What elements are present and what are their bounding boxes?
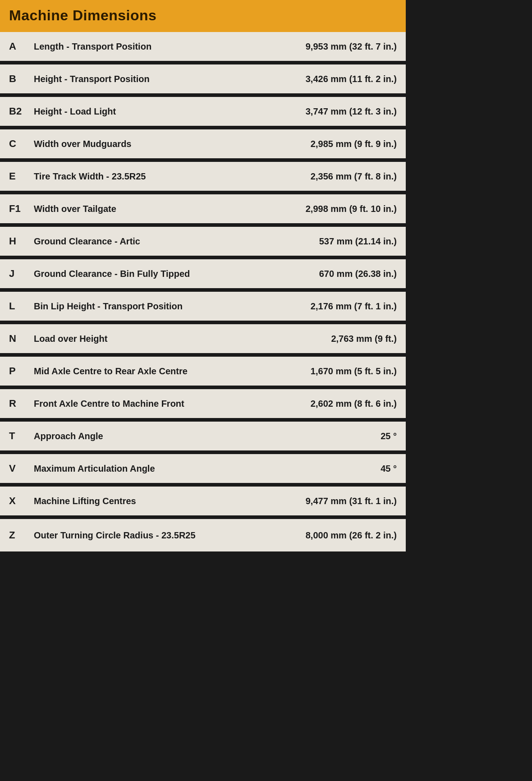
table-row: XMachine Lifting Centres9,477 mm (31 ft.…: [0, 487, 406, 519]
table-row: HGround Clearance - Artic537 mm (21.14 i…: [0, 227, 406, 259]
table-row: ALength - Transport Position9,953 mm (32…: [0, 32, 406, 64]
row-value: 8,000 mm (26 ft. 2 in.): [280, 530, 397, 541]
row-value: 1,670 mm (5 ft. 5 in.): [280, 366, 397, 377]
row-value: 3,747 mm (12 ft. 3 in.): [280, 106, 397, 117]
table-row: RFront Axle Centre to Machine Front2,602…: [0, 389, 406, 422]
dimensions-table: ALength - Transport Position9,953 mm (32…: [0, 32, 406, 551]
row-value: 2,763 mm (9 ft.): [280, 334, 397, 344]
table-row: CWidth over Mudguards2,985 mm (9 ft. 9 i…: [0, 129, 406, 162]
row-value: 2,985 mm (9 ft. 9 in.): [280, 139, 397, 149]
row-id: A: [9, 41, 34, 52]
row-id: J: [9, 268, 34, 280]
row-value: 3,426 mm (11 ft. 2 in.): [280, 74, 397, 84]
row-value: 2,602 mm (8 ft. 6 in.): [280, 399, 397, 409]
row-label: Front Axle Centre to Machine Front: [34, 399, 280, 409]
table-row: F1Width over Tailgate2,998 mm (9 ft. 10 …: [0, 194, 406, 227]
page-header: Machine Dimensions: [0, 0, 406, 32]
row-id: B2: [9, 106, 34, 117]
table-row: TApproach Angle25 °: [0, 422, 406, 454]
table-row: PMid Axle Centre to Rear Axle Centre1,67…: [0, 357, 406, 389]
table-row: JGround Clearance - Bin Fully Tipped670 …: [0, 259, 406, 292]
row-value: 2,176 mm (7 ft. 1 in.): [280, 301, 397, 312]
table-row: ZOuter Turning Circle Radius - 23.5R258,…: [0, 519, 406, 551]
row-id: X: [9, 495, 34, 507]
row-label: Approach Angle: [34, 431, 280, 441]
row-label: Height - Transport Position: [34, 74, 280, 84]
row-id: F1: [9, 203, 34, 215]
row-id: P: [9, 365, 34, 377]
row-id: L: [9, 300, 34, 312]
row-value: 9,953 mm (32 ft. 7 in.): [280, 41, 397, 52]
row-id: E: [9, 170, 34, 182]
row-id: R: [9, 398, 34, 409]
table-row: LBin Lip Height - Transport Position2,17…: [0, 292, 406, 324]
row-id: T: [9, 430, 34, 442]
row-value: 537 mm (21.14 in.): [280, 236, 397, 247]
table-row: ETire Track Width - 23.5R252,356 mm (7 f…: [0, 162, 406, 194]
row-label: Mid Axle Centre to Rear Axle Centre: [34, 366, 280, 377]
row-label: Height - Load Light: [34, 106, 280, 117]
table-row: B2Height - Load Light3,747 mm (12 ft. 3 …: [0, 97, 406, 129]
row-value: 2,998 mm (9 ft. 10 in.): [280, 204, 397, 214]
row-label: Maximum Articulation Angle: [34, 464, 280, 474]
row-id: C: [9, 138, 34, 150]
row-label: Machine Lifting Centres: [34, 496, 280, 506]
row-label: Ground Clearance - Artic: [34, 236, 280, 247]
table-row: VMaximum Articulation Angle45 °: [0, 454, 406, 487]
row-value: 45 °: [280, 464, 397, 474]
row-label: Length - Transport Position: [34, 41, 280, 52]
row-value: 25 °: [280, 431, 397, 441]
page-container: Machine Dimensions ALength - Transport P…: [0, 0, 406, 551]
row-label: Width over Mudguards: [34, 139, 280, 149]
row-label: Width over Tailgate: [34, 204, 280, 214]
row-label: Bin Lip Height - Transport Position: [34, 301, 280, 312]
row-value: 670 mm (26.38 in.): [280, 269, 397, 279]
row-label: Load over Height: [34, 334, 280, 344]
row-id: N: [9, 333, 34, 345]
row-label: Ground Clearance - Bin Fully Tipped: [34, 269, 280, 279]
row-value: 9,477 mm (31 ft. 1 in.): [280, 496, 397, 506]
table-row: BHeight - Transport Position3,426 mm (11…: [0, 64, 406, 97]
table-row: NLoad over Height2,763 mm (9 ft.): [0, 324, 406, 357]
row-id: B: [9, 73, 34, 85]
row-label: Tire Track Width - 23.5R25: [34, 171, 280, 182]
row-id: H: [9, 235, 34, 247]
row-id: V: [9, 463, 34, 474]
row-id: Z: [9, 529, 34, 541]
row-value: 2,356 mm (7 ft. 8 in.): [280, 171, 397, 182]
page-title: Machine Dimensions: [9, 7, 397, 24]
row-label: Outer Turning Circle Radius - 23.5R25: [34, 530, 280, 541]
